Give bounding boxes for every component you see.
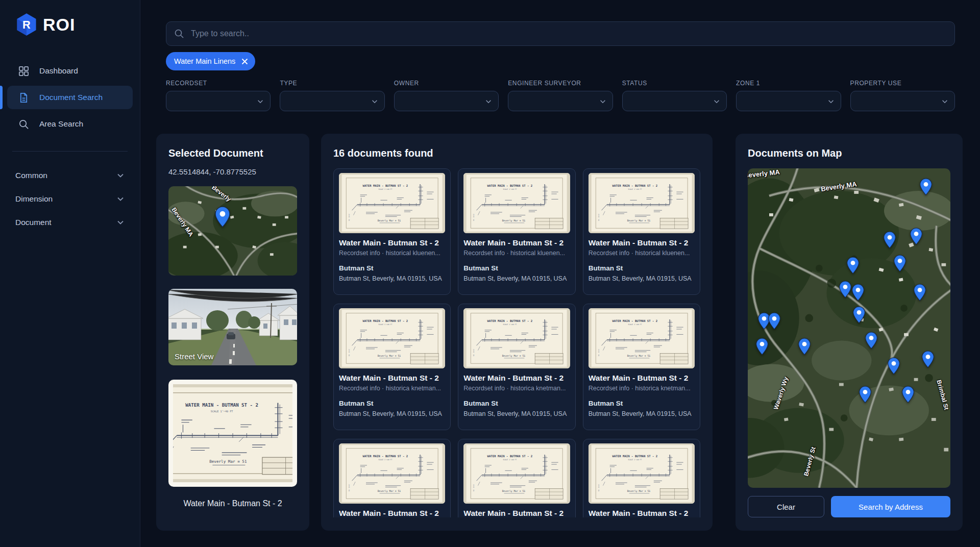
sidebar-section-dimension[interactable]: Dimension [0,187,140,211]
document-address: Butman St, Beverly, MA 01915, USA [589,275,695,282]
results-panel: 16 documents found Water Main - Butman S… [321,134,713,531]
street-view-thumbnail[interactable]: Street View [168,289,297,365]
map-pin[interactable] [846,257,860,274]
brand-name: ROI [43,15,75,35]
pin-icon [913,284,926,301]
map-pin[interactable] [768,312,781,330]
document-card[interactable]: Water Main - Butman St - 2 Recordset inf… [458,304,575,430]
map-pin[interactable] [859,386,872,403]
search-by-address-button[interactable]: Search by Address [831,496,950,517]
pin-icon [865,332,878,349]
pin-icon [883,231,896,248]
filter-group: ZONE 1 [736,80,841,111]
map-pin[interactable] [865,332,878,349]
document-title: Water Main - Butman St - 2 [463,509,570,517]
document-card[interactable]: Water Main - Butman St - 2 Recordset inf… [333,439,451,517]
selected-map-thumbnail[interactable]: Beverly MA Beverly [168,186,297,276]
document-card[interactable]: Water Main - Butman St - 2 Recordset inf… [583,439,700,517]
section-label: Common [15,171,47,180]
map-pin[interactable] [839,281,852,298]
blueprint-image [463,308,570,368]
map-pin[interactable] [887,357,900,375]
map-pin[interactable] [893,255,906,272]
documents-map[interactable]: Beverly MA Beverly MA Waverly Wy Beverly… [748,168,950,488]
filter-label: PROPERTY USE [850,80,955,87]
chevron-down-icon [827,98,835,105]
app-logo: R ROI [0,0,140,37]
filter-chip[interactable]: Water Main Linens [166,52,255,70]
blueprint-image [589,308,695,368]
map-pin[interactable] [921,351,935,368]
map-pin[interactable] [851,284,865,301]
sidebar-section-document[interactable]: Document [0,211,140,234]
filter-label: RECORDSET [166,80,271,87]
search-input[interactable] [166,21,955,46]
document-subtitle: Recordset info · historical kluenen... [339,250,445,257]
sidebar-item-area-search[interactable]: Area Search [7,112,133,136]
filter-select[interactable] [394,91,499,111]
section-label: Dimension [15,194,53,204]
document-subtitle: Recordset info · historical kluenen... [589,250,695,257]
pin-icon [798,338,811,355]
document-title: Water Main - Butman St - 2 [339,509,445,517]
satellite-map-image [168,186,297,276]
selected-document-thumbnail[interactable] [168,380,297,487]
document-card[interactable]: Water Main - Butman St - 2 Recordset inf… [583,168,700,295]
main-content: Water Main Linens RECORDSET TYPE [140,0,980,547]
document-street: Butman St [463,400,570,407]
document-subtitle: Recordset info · historica knetman... [463,385,570,392]
sidebar-section-common[interactable]: Common [0,164,140,187]
document-street: Butman St [589,264,695,272]
document-card[interactable]: Water Main - Butman St - 2 Recordset inf… [333,168,451,295]
map-pins-layer [748,168,950,488]
document-street: Butman St [339,400,445,407]
filter-select[interactable] [850,91,955,111]
filter-select[interactable] [508,91,612,111]
map-pin[interactable] [798,338,811,355]
filter-select[interactable] [166,91,271,111]
document-thumbnail [589,443,695,504]
map-pin[interactable] [901,386,915,403]
filter-chip-label: Water Main Linens [174,57,235,65]
map-pin[interactable] [919,178,933,195]
blueprint-image [463,443,570,504]
close-icon[interactable] [241,58,248,65]
document-address: Butman St, Beverly, MA 01915, USA [339,275,445,282]
chevron-down-icon [485,98,492,105]
document-card[interactable]: Water Main - Butman St - 2 Recordset inf… [458,168,575,295]
blueprint-image [339,173,445,233]
document-subtitle: Recordset info · historical kluenen... [463,250,570,257]
document-card[interactable]: Water Main - Butman St - 2 Recordset inf… [458,439,575,517]
chevron-down-icon [713,98,720,105]
map-pin[interactable] [883,231,896,248]
blueprint-image [463,173,570,233]
sidebar-item-dashboard[interactable]: Dashboard [7,59,133,83]
filter-group: RECORDSET [166,80,271,111]
chevron-down-icon [941,98,948,105]
sidebar: R ROI Dashboard Document Search Area Sea… [0,0,140,547]
map-pin[interactable] [913,284,926,301]
document-address: Butman St, Beverly, MA 01915, USA [339,410,445,417]
brand-hexagon-icon: R [15,12,38,37]
results-grid: Water Main - Butman St - 2 Recordset inf… [333,168,700,517]
sidebar-item-document-search[interactable]: Document Search [7,86,133,109]
document-card[interactable]: Water Main - Butman St - 2 Recordset inf… [333,304,451,430]
topbar: Water Main Linens RECORDSET TYPE [166,21,955,111]
pin-icon [921,351,935,368]
map-pin[interactable] [852,306,866,324]
filter-label: TYPE [280,80,384,87]
filter-label: STATUS [622,80,727,87]
document-subtitle: Recordset info · historica knetman... [339,385,445,392]
document-card[interactable]: Water Main - Butman St - 2 Recordset inf… [583,304,700,430]
map-pin[interactable] [755,338,769,355]
filter-group: OWNER [394,80,499,111]
filter-select[interactable] [622,91,727,111]
chevron-down-icon [257,98,264,105]
sidebar-item-label: Dashboard [39,66,78,76]
map-pin[interactable] [910,228,923,245]
filter-select[interactable] [736,91,841,111]
clear-button[interactable]: Clear [748,496,824,517]
filter-select[interactable] [280,91,384,111]
document-thumbnail [463,308,570,368]
document-address: Butman St, Beverly, MA 01915, USA [463,410,570,417]
